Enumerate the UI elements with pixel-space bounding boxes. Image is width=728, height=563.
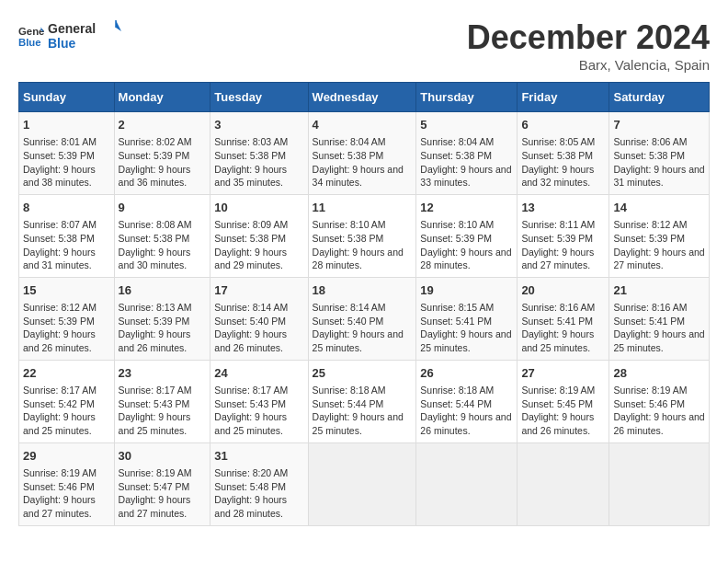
- daylight: Daylight: 9 hours and 28 minutes.: [313, 247, 404, 271]
- calendar-day-header: Tuesday: [210, 83, 308, 112]
- calendar-week-row: 29Sunrise: 8:19 AMSunset: 5:46 PMDayligh…: [19, 442, 710, 525]
- calendar-cell: [416, 442, 518, 525]
- sunrise: Sunrise: 8:16 AM: [613, 302, 687, 313]
- calendar-cell: 7Sunrise: 8:06 AMSunset: 5:38 PMDaylight…: [609, 112, 710, 195]
- daylight: Daylight: 9 hours and 27 minutes.: [23, 494, 96, 519]
- calendar-week-row: 8Sunrise: 8:07 AMSunset: 5:38 PMDaylight…: [19, 194, 710, 277]
- calendar-cell: 21Sunrise: 8:16 AMSunset: 5:41 PMDayligh…: [609, 277, 710, 360]
- daylight: Daylight: 9 hours and 26 minutes.: [521, 411, 594, 436]
- calendar-header-row: SundayMondayTuesdayWednesdayThursdayFrid…: [19, 83, 710, 112]
- sunrise: Sunrise: 8:13 AM: [119, 302, 192, 313]
- sunset: Sunset: 5:44 PM: [313, 398, 384, 409]
- day-number: 6: [521, 117, 605, 133]
- calendar-cell: [609, 442, 710, 525]
- calendar-day-header: Sunday: [19, 83, 115, 112]
- calendar-cell: 3Sunrise: 8:03 AMSunset: 5:38 PMDaylight…: [210, 112, 308, 195]
- sunrise: Sunrise: 8:08 AM: [119, 219, 192, 230]
- calendar-cell: 10Sunrise: 8:09 AMSunset: 5:38 PMDayligh…: [210, 194, 308, 277]
- sunset: Sunset: 5:46 PM: [23, 481, 95, 492]
- sunrise: Sunrise: 8:17 AM: [119, 385, 192, 396]
- svg-text:Blue: Blue: [48, 36, 76, 51]
- day-number: 5: [420, 117, 513, 133]
- sunset: Sunset: 5:39 PM: [613, 233, 685, 244]
- sunrise: Sunrise: 8:19 AM: [119, 467, 192, 478]
- day-number: 22: [23, 365, 110, 382]
- sunset: Sunset: 5:39 PM: [23, 316, 95, 327]
- sunset: Sunset: 5:39 PM: [119, 150, 190, 161]
- day-number: 28: [613, 365, 705, 382]
- day-number: 24: [214, 365, 303, 382]
- svg-text:General: General: [18, 26, 44, 37]
- calendar-cell: 18Sunrise: 8:14 AMSunset: 5:40 PMDayligh…: [308, 277, 416, 360]
- calendar-cell: 31Sunrise: 8:20 AMSunset: 5:48 PMDayligh…: [210, 442, 308, 525]
- daylight: Daylight: 9 hours and 25 minutes.: [613, 328, 704, 353]
- calendar-cell: 8Sunrise: 8:07 AMSunset: 5:38 PMDaylight…: [19, 194, 115, 277]
- day-number: 12: [420, 200, 513, 216]
- daylight: Daylight: 9 hours and 31 minutes.: [23, 247, 96, 271]
- sunrise: Sunrise: 8:12 AM: [613, 219, 687, 230]
- calendar-day-header: Saturday: [609, 83, 710, 112]
- calendar-cell: 30Sunrise: 8:19 AMSunset: 5:47 PMDayligh…: [114, 442, 210, 525]
- calendar-cell: 24Sunrise: 8:17 AMSunset: 5:43 PMDayligh…: [210, 360, 308, 442]
- day-number: 31: [214, 448, 303, 465]
- calendar-cell: 28Sunrise: 8:19 AMSunset: 5:46 PMDayligh…: [609, 360, 710, 442]
- calendar-day-header: Friday: [518, 83, 609, 112]
- title-block: December 2024 Barx, Valencia, Spain: [467, 18, 710, 73]
- calendar-cell: [308, 442, 416, 525]
- sunset: Sunset: 5:38 PM: [214, 150, 286, 161]
- logo-svg: General Blue: [48, 18, 121, 55]
- sunset: Sunset: 5:43 PM: [119, 398, 190, 409]
- sunrise: Sunrise: 8:17 AM: [214, 385, 288, 396]
- calendar-cell: 19Sunrise: 8:15 AMSunset: 5:41 PMDayligh…: [416, 277, 518, 360]
- sunset: Sunset: 5:39 PM: [119, 316, 190, 327]
- sunset: Sunset: 5:38 PM: [521, 150, 593, 161]
- calendar-cell: 17Sunrise: 8:14 AMSunset: 5:40 PMDayligh…: [210, 277, 308, 360]
- daylight: Daylight: 9 hours and 26 minutes.: [23, 328, 96, 353]
- day-number: 18: [313, 282, 413, 299]
- sunrise: Sunrise: 8:14 AM: [313, 302, 386, 313]
- sunset: Sunset: 5:39 PM: [23, 150, 95, 161]
- day-number: 23: [119, 365, 207, 382]
- sunrise: Sunrise: 8:02 AM: [119, 136, 192, 147]
- calendar-cell: 4Sunrise: 8:04 AMSunset: 5:38 PMDaylight…: [308, 112, 416, 195]
- sunset: Sunset: 5:38 PM: [313, 233, 384, 244]
- daylight: Daylight: 9 hours and 25 minutes.: [313, 411, 404, 436]
- daylight: Daylight: 9 hours and 28 minutes.: [420, 247, 511, 271]
- day-number: 30: [119, 448, 207, 465]
- calendar-week-row: 15Sunrise: 8:12 AMSunset: 5:39 PMDayligh…: [19, 277, 710, 360]
- daylight: Daylight: 9 hours and 36 minutes.: [119, 164, 191, 189]
- daylight: Daylight: 9 hours and 27 minutes.: [521, 247, 594, 271]
- calendar-table: SundayMondayTuesdayWednesdayThursdayFrid…: [18, 82, 710, 526]
- daylight: Daylight: 9 hours and 27 minutes.: [613, 247, 704, 271]
- calendar-cell: [518, 442, 609, 525]
- svg-text:General: General: [48, 21, 96, 36]
- svg-text:Blue: Blue: [18, 37, 41, 48]
- sunrise: Sunrise: 8:10 AM: [420, 219, 494, 230]
- sunset: Sunset: 5:45 PM: [521, 398, 593, 409]
- daylight: Daylight: 9 hours and 26 minutes.: [420, 411, 511, 436]
- sunset: Sunset: 5:38 PM: [420, 150, 492, 161]
- day-number: 1: [23, 117, 110, 133]
- calendar-cell: 11Sunrise: 8:10 AMSunset: 5:38 PMDayligh…: [308, 194, 416, 277]
- sunset: Sunset: 5:40 PM: [313, 316, 384, 327]
- sunrise: Sunrise: 8:19 AM: [23, 467, 97, 478]
- daylight: Daylight: 9 hours and 27 minutes.: [119, 494, 191, 519]
- sunset: Sunset: 5:44 PM: [420, 398, 492, 409]
- calendar-cell: 25Sunrise: 8:18 AMSunset: 5:44 PMDayligh…: [308, 360, 416, 442]
- calendar-day-header: Monday: [114, 83, 210, 112]
- logo: General Blue General Blue: [18, 18, 121, 55]
- daylight: Daylight: 9 hours and 33 minutes.: [420, 164, 511, 189]
- sunset: Sunset: 5:47 PM: [119, 481, 190, 492]
- calendar-cell: 29Sunrise: 8:19 AMSunset: 5:46 PMDayligh…: [19, 442, 115, 525]
- page-header: General Blue General Blue December 2024 …: [18, 18, 710, 73]
- day-number: 16: [119, 282, 207, 299]
- sunset: Sunset: 5:48 PM: [214, 481, 286, 492]
- sunrise: Sunrise: 8:04 AM: [313, 136, 386, 147]
- day-number: 10: [214, 200, 303, 216]
- sunset: Sunset: 5:41 PM: [613, 316, 685, 327]
- calendar-cell: 1Sunrise: 8:01 AMSunset: 5:39 PMDaylight…: [19, 112, 115, 195]
- day-number: 13: [521, 200, 605, 216]
- sunset: Sunset: 5:38 PM: [313, 150, 384, 161]
- daylight: Daylight: 9 hours and 25 minutes.: [23, 411, 96, 436]
- location: Barx, Valencia, Spain: [467, 57, 710, 73]
